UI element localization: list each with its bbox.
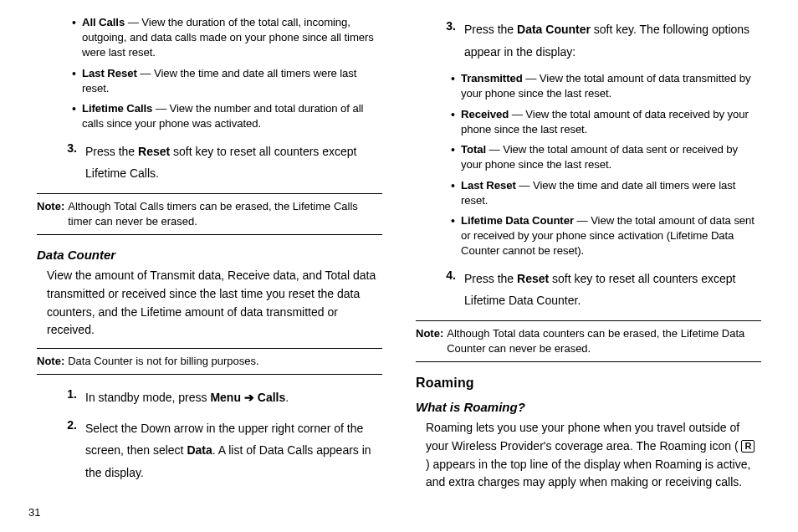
manual-page: • All Calls — View the duration of the t… xyxy=(0,0,798,532)
bullet-text: Last Reset — View the time and date all … xyxy=(82,66,382,96)
note-text: Although Total Calls timers can be erase… xyxy=(68,199,382,229)
step-item: 3. Press the Data Counter soft key. The … xyxy=(436,18,761,63)
step-text: Select the Down arrow in the upper right… xyxy=(85,417,382,484)
note-box: Note: Although Total Calls timers can be… xyxy=(37,193,382,235)
arrow-icon: ➔ xyxy=(241,391,258,404)
bullet-text: Received — View the total amount of data… xyxy=(461,107,761,137)
bullet-term: Transmitted xyxy=(461,72,523,84)
text-bold: Data xyxy=(187,443,212,457)
section-heading-data-counter: Data Counter xyxy=(37,247,382,264)
text: . xyxy=(285,391,289,404)
step-number: 4. xyxy=(436,268,464,312)
section-intro: View the amount of Transmit data, Receiv… xyxy=(47,267,382,340)
bullet-term: All Calls xyxy=(82,16,125,28)
left-column: • All Calls — View the duration of the t… xyxy=(25,10,399,522)
text-bold: Data Counter xyxy=(517,23,591,36)
bullet-text: Transmitted — View the total amount of d… xyxy=(461,71,761,101)
note-text: Data Counter is not for billing purposes… xyxy=(68,354,382,369)
bullet-item: • Total — View the total amount of data … xyxy=(451,142,761,172)
step-text: Press the Reset soft key to reset all co… xyxy=(464,268,761,312)
bullet-item: • Received — View the total amount of da… xyxy=(451,107,761,137)
bullet-item: • Last Reset — View the time and date al… xyxy=(72,66,382,96)
step-item: 4. Press the Reset soft key to reset all… xyxy=(436,268,761,312)
bullet-glyph: • xyxy=(72,101,82,131)
bullet-glyph: • xyxy=(451,71,461,101)
step-text: Press the Reset soft key to reset all co… xyxy=(85,141,382,185)
bullet-item: • Lifetime Calls — View the number and t… xyxy=(72,101,382,131)
bullet-term: Lifetime Calls xyxy=(82,102,152,115)
roaming-icon: R xyxy=(741,440,755,453)
bullet-glyph: • xyxy=(451,142,461,172)
note-box: Note: Although Total data counters can b… xyxy=(416,320,761,362)
note-label: Note: xyxy=(37,354,68,369)
bullet-glyph: • xyxy=(451,107,461,137)
bullet-term: Last Reset xyxy=(461,179,516,192)
bullet-item: • Last Reset — View the time and date al… xyxy=(451,178,761,208)
bullet-glyph: • xyxy=(72,66,82,96)
bullet-item: • Transmitted — View the total amount of… xyxy=(451,71,761,101)
bullet-term: Lifetime Data Counter xyxy=(461,214,574,227)
step-item: 3. Press the Reset soft key to reset all… xyxy=(57,141,382,185)
text: Press the xyxy=(464,272,517,285)
bullet-desc: — View the total amount of data sent or … xyxy=(461,143,738,171)
bullet-text: Total — View the total amount of data se… xyxy=(461,142,761,172)
text: Press the xyxy=(464,23,517,36)
bullet-glyph: • xyxy=(72,15,82,61)
step-number: 2. xyxy=(57,417,85,484)
step-text: Press the Data Counter soft key. The fol… xyxy=(464,18,761,63)
text: Roaming lets you use your phone when you… xyxy=(426,421,739,453)
text-bold: Reset xyxy=(517,272,549,285)
bullet-term: Last Reset xyxy=(82,67,137,79)
text: Press the xyxy=(85,145,138,158)
bullet-glyph: • xyxy=(451,178,461,208)
bullet-term: Received xyxy=(461,108,509,120)
note-label: Note: xyxy=(37,199,68,229)
bullet-term: Total xyxy=(461,143,486,156)
bullet-item: • All Calls — View the duration of the t… xyxy=(72,15,382,61)
step-text: In standby mode, press Menu ➔ Calls. xyxy=(85,386,382,409)
note-label: Note: xyxy=(416,326,447,356)
right-column: 3. Press the Data Counter soft key. The … xyxy=(399,10,773,522)
step-number: 3. xyxy=(57,141,85,185)
subsection-heading-what-is-roaming: What is Roaming? xyxy=(416,399,761,417)
step-item: 1. In standby mode, press Menu ➔ Calls. xyxy=(57,386,382,409)
bullet-text: Lifetime Calls — View the number and tot… xyxy=(82,101,382,131)
bullet-text: All Calls — View the duration of the tot… xyxy=(82,15,382,61)
step-number: 3. xyxy=(436,18,464,63)
step-item: 2. Select the Down arrow in the upper ri… xyxy=(57,417,382,484)
text-bold: Reset xyxy=(138,145,170,158)
step-number: 1. xyxy=(57,386,85,409)
text-bold: Menu xyxy=(210,391,241,404)
bullet-text: Last Reset — View the time and date all … xyxy=(461,178,761,208)
section-intro: Roaming lets you use your phone when you… xyxy=(426,419,761,492)
text-bold: Calls xyxy=(258,391,285,404)
bullet-item: • Lifetime Data Counter — View the total… xyxy=(451,213,761,259)
bullet-desc: — View the duration of the total call, i… xyxy=(82,16,374,59)
note-box: Note: Data Counter is not for billing pu… xyxy=(37,348,382,375)
bullet-glyph: • xyxy=(451,213,461,259)
text: ) appears in the top line of the display… xyxy=(426,458,750,489)
page-number: 31 xyxy=(28,505,40,520)
text: In standby mode, press xyxy=(85,391,210,404)
section-heading-roaming: Roaming xyxy=(416,374,761,392)
bullet-text: Lifetime Data Counter — View the total a… xyxy=(461,213,761,259)
note-text: Although Total data counters can be eras… xyxy=(447,326,761,356)
